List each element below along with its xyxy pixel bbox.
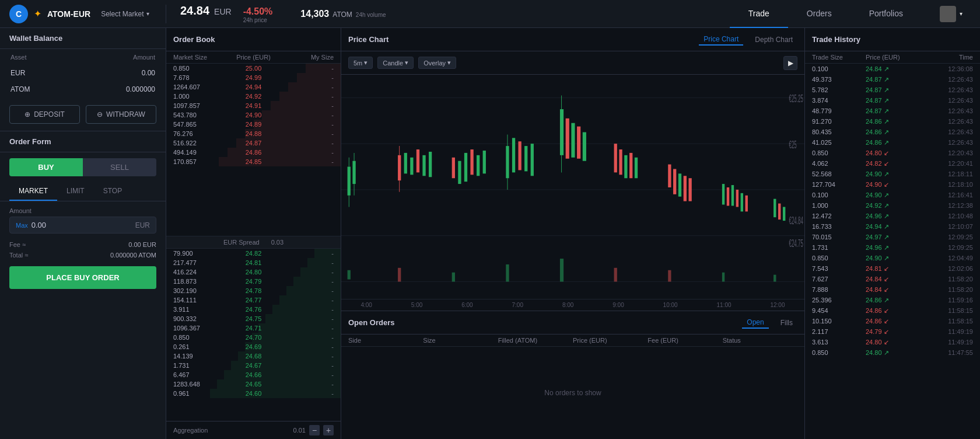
- buy-sell-tabs: BUY SELL: [9, 158, 156, 176]
- select-market-button[interactable]: Select Market ▾: [101, 10, 149, 18]
- th-trade-size: 25.396: [812, 297, 866, 304]
- trade-history-row: 3.874 24.87 ↗ 12:26:43: [805, 95, 980, 106]
- bid-row[interactable]: 79.900 24.82 -: [166, 249, 341, 258]
- bid-row[interactable]: 900.332 24.75 -: [166, 314, 341, 323]
- ask-row[interactable]: 1264.607 24.94 -: [166, 82, 341, 92]
- open-orders-empty: No orders to show: [341, 347, 804, 439]
- nav-tab-portfolios[interactable]: Portfolios: [850, 0, 922, 28]
- order-type-market[interactable]: MARKET: [9, 182, 57, 201]
- th-price: 24.96 ↗: [866, 244, 919, 252]
- order-book-title: Order Book: [166, 28, 341, 51]
- svg-rect-44: [619, 149, 622, 175]
- order-book-panel: Order Book Market Size Price (EUR) My Si…: [166, 28, 341, 439]
- order-type-stop[interactable]: STOP: [94, 182, 131, 201]
- time-11: 11:00: [717, 302, 732, 308]
- svg-rect-57: [741, 193, 743, 212]
- chart-tab-price[interactable]: Price Chart: [699, 34, 743, 46]
- trade-history-rows: 0.100 24.84 ↗ 12:36:08 49.373 24.87 ↗ 12…: [805, 64, 980, 439]
- user-avatar[interactable]: [940, 6, 956, 22]
- bid-row[interactable]: 3.911 24.76 -: [166, 305, 341, 314]
- svg-rect-23: [452, 158, 455, 178]
- bid-row[interactable]: 1.731 24.67 -: [166, 361, 341, 370]
- th-trade-size: 9.454: [812, 307, 866, 315]
- bid-row[interactable]: 0.961 24.60 -: [166, 389, 341, 398]
- play-button[interactable]: ▶: [783, 56, 797, 70]
- th-price: 24.87 ↗: [866, 107, 919, 115]
- trade-history-row: 91.270 24.86 ↗ 12:26:43: [805, 116, 980, 127]
- bid-row[interactable]: 217.477 24.81 -: [166, 258, 341, 267]
- ask-row[interactable]: 76.276 24.88 -: [166, 129, 341, 138]
- bid-row[interactable]: 0.850 24.70 -: [166, 333, 341, 342]
- th-price: 24.80 ↗: [866, 349, 919, 357]
- bid-row[interactable]: 6.467 24.66 -: [166, 370, 341, 379]
- th-time: 12:16:41: [919, 191, 973, 199]
- max-link[interactable]: Max: [16, 222, 28, 229]
- bid-row[interactable]: 0.261 24.69 -: [166, 342, 341, 351]
- place-order-button[interactable]: PLACE BUY ORDER: [9, 266, 156, 289]
- nav-tab-trade[interactable]: Trade: [730, 0, 788, 28]
- bid-row[interactable]: 118.873 24.79 -: [166, 277, 341, 286]
- bid-size: 14.139: [173, 353, 227, 360]
- bid-row[interactable]: 14.139 24.68 -: [166, 351, 341, 361]
- action-buttons: ⊕ DEPOSIT ⊖ WITHDRAW: [0, 98, 166, 131]
- ask-size: 0.850: [173, 65, 227, 72]
- bid-size: 0.850: [173, 334, 227, 341]
- trade-history-row: 52.568 24.90 ↗ 12:18:11: [805, 169, 980, 179]
- buy-tab[interactable]: BUY: [9, 158, 83, 176]
- aggregation-decrease-button[interactable]: −: [309, 425, 320, 435]
- trade-history-row: 7.627 24.84 ↙ 11:58:20: [805, 274, 980, 284]
- overlay-button[interactable]: Overlay ▾: [418, 57, 456, 69]
- ask-row[interactable]: 7.678 24.99 -: [166, 73, 341, 82]
- svg-text:€24.75: €24.75: [789, 238, 803, 249]
- th-time: 12:26:43: [919, 86, 973, 94]
- minus-icon: ⊖: [97, 110, 103, 119]
- th-trade-size: 0.100: [812, 65, 866, 73]
- ask-size: 494.149: [173, 149, 227, 156]
- withdraw-button[interactable]: ⊖ WITHDRAW: [86, 105, 156, 124]
- bid-size: 416.224: [173, 269, 227, 276]
- svg-rect-48: [668, 165, 671, 187]
- ask-row[interactable]: 547.865 24.89 -: [166, 120, 341, 129]
- wallet-row: ATOM0.000000: [1, 82, 164, 97]
- ask-row[interactable]: 0.850 25.00 -: [166, 64, 341, 73]
- interval-button[interactable]: 5m ▾: [348, 57, 373, 69]
- time-6: 6:00: [461, 302, 473, 308]
- chart-tab-depth[interactable]: Depth Chart: [750, 34, 797, 45]
- deposit-button[interactable]: ⊕ DEPOSIT: [9, 105, 80, 124]
- svg-rect-27: [477, 155, 480, 176]
- candle-button[interactable]: Candle ▾: [377, 57, 414, 69]
- svg-rect-26: [470, 149, 473, 175]
- open-orders-tab-open[interactable]: Open: [742, 317, 768, 329]
- open-orders-tab-fills[interactable]: Fills: [776, 318, 797, 328]
- svg-rect-40: [571, 123, 575, 158]
- amount-input[interactable]: [32, 221, 135, 229]
- trade-history-row: 49.373 24.87 ↗ 12:26:43: [805, 74, 980, 85]
- ask-row[interactable]: 170.857 24.85 -: [166, 157, 341, 166]
- nav-tab-orders[interactable]: Orders: [788, 0, 850, 28]
- th-trade-size: 2.117: [812, 328, 866, 336]
- ask-row[interactable]: 543.780 24.90 -: [166, 110, 341, 120]
- bid-size: 118.873: [173, 278, 227, 285]
- ask-price: 24.92: [227, 93, 281, 100]
- sell-tab[interactable]: SELL: [83, 158, 156, 176]
- ask-row[interactable]: 1.000 24.92 -: [166, 92, 341, 101]
- svg-rect-24: [458, 161, 461, 184]
- open-orders-panel: Open Orders Open Fills Side Size Filled …: [341, 311, 804, 439]
- open-orders-header: Open Orders Open Fills: [341, 311, 804, 335]
- chevron-icon: ▾: [364, 59, 368, 67]
- bid-row[interactable]: 302.190 24.78 -: [166, 286, 341, 295]
- volume-label: 24h volume: [356, 12, 386, 18]
- ask-row[interactable]: 516.922 24.87 -: [166, 138, 341, 148]
- bid-row[interactable]: 1283.648 24.65 -: [166, 379, 341, 389]
- aggregation-increase-button[interactable]: +: [323, 425, 334, 435]
- th-trade-size: 7.888: [812, 286, 866, 294]
- bid-size: 154.111: [173, 297, 227, 304]
- order-type-limit[interactable]: LIMIT: [57, 182, 94, 201]
- ask-row[interactable]: 494.149 24.86 -: [166, 148, 341, 157]
- th-trade-size: 7.543: [812, 265, 866, 273]
- bid-row[interactable]: 1096.367 24.71 -: [166, 323, 341, 333]
- bid-row[interactable]: 416.224 24.80 -: [166, 267, 341, 277]
- ask-row[interactable]: 1097.857 24.91 -: [166, 101, 341, 110]
- bid-row[interactable]: 154.111 24.77 -: [166, 295, 341, 305]
- wallet-title: Wallet Balance: [0, 28, 166, 49]
